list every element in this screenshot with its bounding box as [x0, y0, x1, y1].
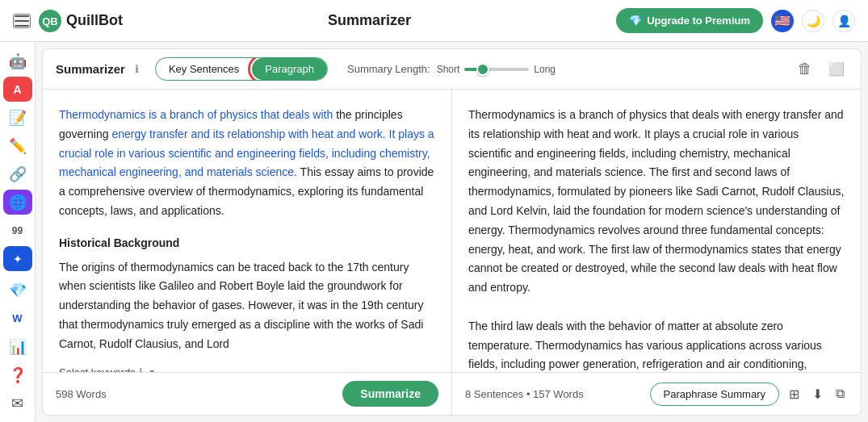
sidebar-item-mail[interactable]: ✉ — [3, 391, 32, 416]
sidebar-item-help[interactable]: ❓ — [3, 362, 32, 387]
copy-icon[interactable]: ⧉ — [832, 383, 848, 404]
logo-text: QuillBot — [66, 12, 123, 29]
right-actions: Paraphrase Summary ⊞ ⬇ ⧉ — [650, 382, 848, 406]
delete-button[interactable]: 🗑 — [795, 57, 816, 81]
summary-length-label: Summary Length: — [347, 63, 430, 75]
paraphrase-summary-button[interactable]: Paraphrase Summary — [650, 382, 779, 406]
theme-toggle[interactable]: 🌙 — [802, 10, 824, 32]
bottom-left: 598 Words Summarize — [43, 373, 452, 415]
main-layout: 🤖 A 📝 ✏️ 🔗 🌐 99 ✦ 💎 W 📊 ❓ ✉ Summarizer ℹ… — [0, 42, 868, 422]
navbar: QB QuillBot Summarizer 💎 Upgrade to Prem… — [0, 0, 868, 42]
section-heading: Historical Background — [59, 234, 435, 253]
highlight-text-1: Thermodynamics is a branch of physics th… — [59, 108, 333, 121]
content-area: Summarizer ℹ Key Sentences Paragraph Sum… — [42, 48, 862, 416]
sidebar-item-ai-detector[interactable]: ✦ — [3, 246, 32, 271]
flag-icon[interactable]: 🇺🇸 — [771, 10, 794, 32]
sidebar-item-translate[interactable]: 🌐 — [3, 190, 32, 215]
toolbar-title: Summarizer — [56, 62, 125, 76]
short-label: Short — [437, 64, 460, 75]
toolbar: Summarizer ℹ Key Sentences Paragraph Sum… — [43, 49, 861, 90]
navbar-left: QB QuillBot — [13, 10, 123, 32]
upgrade-button[interactable]: 💎 Upgrade to Premium — [616, 8, 763, 33]
right-panel: Thermodynamics is a branch of physics th… — [452, 90, 861, 372]
long-label: Long — [534, 64, 556, 75]
sidebar-item-home[interactable]: 🤖 — [3, 48, 32, 73]
svg-text:QB: QB — [42, 15, 58, 27]
summary-length-control: Summary Length: Short Long — [347, 63, 556, 75]
left-panel: Thermodynamics is a branch of physics th… — [43, 90, 452, 372]
summarize-button[interactable]: Summarize — [342, 381, 438, 407]
navbar-right: 💎 Upgrade to Premium 🇺🇸 🌙 👤 — [616, 8, 855, 33]
panels-bottom: 598 Words Summarize 8 Sentences • 157 Wo… — [43, 372, 861, 415]
keywords-info-icon[interactable]: ℹ — [139, 364, 143, 372]
key-sentences-button[interactable]: Key Sentences — [156, 58, 252, 80]
length-slider[interactable] — [464, 68, 529, 71]
info-icon[interactable]: ℹ — [135, 63, 139, 75]
fullscreen-button[interactable]: ⬜ — [825, 58, 848, 80]
compare-icon[interactable]: ⊞ — [786, 383, 803, 405]
sidebar-item-grammar[interactable]: A — [3, 77, 32, 102]
keywords-label: Select keywords ℹ ▾ — [59, 364, 435, 372]
input-text: Thermodynamics is a branch of physics th… — [59, 106, 435, 221]
sidebar: 🤖 A 📝 ✏️ 🔗 🌐 99 ✦ 💎 W 📊 ❓ ✉ — [0, 42, 36, 422]
sidebar-item-summarizer[interactable]: ✏️ — [3, 133, 32, 158]
bottom-icons: ⊞ ⬇ ⧉ — [786, 383, 848, 405]
keywords-section: Select keywords ℹ ▾ system law energy tr… — [59, 364, 435, 372]
mode-toggle: Key Sentences Paragraph — [155, 57, 328, 81]
keywords-expand-icon[interactable]: ▾ — [149, 364, 154, 372]
app-title: Summarizer — [328, 12, 411, 29]
panels: Thermodynamics is a branch of physics th… — [43, 90, 861, 372]
paragraph-button[interactable]: Paragraph — [252, 58, 327, 80]
sidebar-item-premium[interactable]: 💎 — [3, 278, 32, 303]
download-icon[interactable]: ⬇ — [809, 383, 826, 405]
logo[interactable]: QB QuillBot — [39, 10, 123, 32]
sidebar-item-quillbot99[interactable]: 99 — [3, 218, 32, 243]
menu-button[interactable] — [13, 14, 31, 28]
range-labels: Short Long — [437, 64, 556, 75]
sidebar-item-word[interactable]: W — [3, 306, 32, 331]
sidebar-item-citation[interactable]: 🔗 — [3, 161, 32, 186]
user-icon[interactable]: 👤 — [832, 10, 855, 32]
sidebar-item-docs[interactable]: 📊 — [3, 334, 32, 359]
sentence-count: 8 Sentences • 157 Words — [465, 388, 584, 400]
summary-paragraph-2: The third law deals with the behavior of… — [468, 317, 845, 372]
diamond-icon: 💎 — [629, 15, 642, 27]
summary-paragraph-1: Thermodynamics is a branch of physics th… — [468, 106, 845, 298]
bottom-right: 8 Sentences • 157 Words Paraphrase Summa… — [452, 373, 861, 415]
section-text: The origins of thermodynamics can be tra… — [59, 258, 435, 354]
sidebar-item-paraphrase[interactable]: 📝 — [3, 105, 32, 130]
logo-icon: QB — [39, 10, 61, 32]
word-count: 598 Words — [56, 388, 107, 400]
